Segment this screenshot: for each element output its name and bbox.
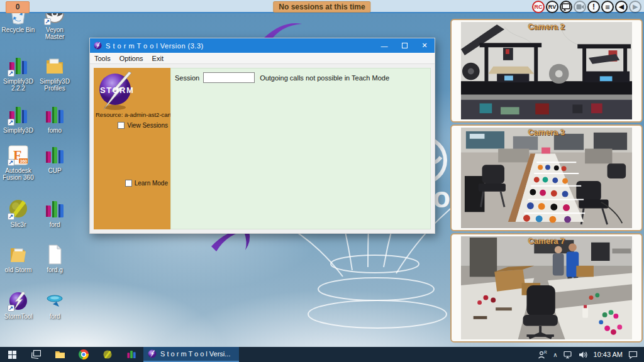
teach-mode-status: Outgoing calls not possible in Teach Mod… [260,74,389,82]
storm-logo: STORM [96,70,135,112]
clock[interactable]: 10:43 AM [594,351,623,358]
icon-label: fomo [36,127,73,134]
camera-3-label: Camera 3 [452,128,641,137]
camera-7-scene [461,236,632,339]
volume-icon[interactable] [579,351,588,359]
view-sessions-label: View Sessions [127,122,168,129]
icon-label: Autodesk Fusion 360 [0,167,36,181]
tray-expand-chevron-icon[interactable]: ∧ [553,351,557,358]
stormtool-task-icon [148,349,157,358]
network-icon[interactable] [564,351,573,359]
video-camera-icon [576,4,584,10]
desktop-icon-ford-g[interactable]: ford.g [36,244,73,273]
left-triangle-icon: ◀ [619,4,624,10]
chrome-icon [79,349,89,359]
desktop-icon-old-storm[interactable]: old Storm [0,244,36,273]
icon-label: Simplify3D Profiles [36,78,73,92]
windows-logo-icon [8,351,16,359]
camera-7-panel[interactable]: Camera 7 [450,233,643,343]
desktop-icon-simplify3d[interactable]: ↗ Simplify3D [0,104,36,134]
desktop-icon-slic3r[interactable]: ↗ Slic3r [0,199,36,228]
veyon-status-bar: 0 No sessions at this time RC RV ! ≡ ◀ ▶ [0,0,644,13]
file-explorer-icon [55,350,65,359]
icon-label: StormTool [0,313,36,320]
shortcut-arrow-icon: ↗ [8,119,14,126]
folder-icon [44,55,65,77]
screen-share-icon[interactable] [560,1,572,13]
task-view-button[interactable] [24,347,48,362]
session-input[interactable] [203,72,255,83]
gcode-cone-icon [44,290,65,312]
desktop-icon-ford[interactable]: ford [36,199,73,228]
stormtool-window: S t o r m T o o l Version (3.3) — ✕ Tool… [89,38,435,234]
icon-label: ford [36,313,73,320]
start-button[interactable] [0,347,24,362]
simplify3d-taskbar-button[interactable] [119,347,143,362]
window-title: S t o r m T o o l Version (3.3) [106,42,374,50]
camera-7-label: Camera 7 [452,236,641,246]
desktop-icon-cup[interactable]: CUP [36,145,73,174]
rv-button[interactable]: RV [546,1,558,13]
task-label: S t o r m T o o l Versi... [160,350,230,358]
taskbar: S t o r m T o o l Versi... R ∧ 10:43 AM [0,347,644,362]
menu-exit[interactable]: Exit [148,53,168,63]
right-triangle-icon: ▶ [633,4,638,10]
open-folder-icon [8,244,29,265]
chrome-button[interactable] [72,347,96,362]
previous-button[interactable]: ◀ [615,1,628,13]
stormtool-app-icon [94,41,102,50]
menu-tools[interactable]: Tools [90,53,115,63]
view-sessions-checkbox[interactable] [118,122,125,129]
window-body: STORM Resource: a-admin-ast2-cart01 View… [90,64,435,233]
icon-label: ford [36,221,73,228]
maximize-icon [402,43,408,48]
monitor-icon [562,3,570,11]
storm-sidebar: STORM Resource: a-admin-ast2-cart01 View… [94,68,170,229]
storm-logo-art: STORM [96,70,135,112]
next-button[interactable]: ▶ [629,1,641,13]
menu-button[interactable]: ≡ [601,1,614,13]
slic3r-taskbar-button[interactable] [96,347,119,362]
window-titlebar[interactable]: S t o r m T o o l Version (3.3) — ✕ [90,38,435,53]
desktop-icon-fusion360[interactable]: F 360 ↗ Autodesk Fusion 360 [0,145,36,181]
task-view-icon [31,350,41,359]
icon-label: Simplify3D [0,127,36,134]
desktop-icon-stormtool[interactable]: ↗ StormTool [0,290,36,320]
shortcut-arrow-icon: ↗ [8,213,14,220]
camera-2-panel[interactable]: Camera 2 [450,19,643,123]
close-button[interactable]: ✕ [414,38,435,53]
action-center-icon[interactable] [628,351,638,359]
camera-3-panel[interactable]: Camera 3 [450,124,643,231]
camera-feed-column: Camera 2 [450,19,643,343]
shortcut-arrow-icon: ↗ [8,305,14,312]
camera-7-photo [461,236,632,339]
learn-mode-checkbox[interactable] [125,180,132,187]
learn-mode-row: Learn Mode [125,180,168,187]
camera-2-scene [461,22,632,119]
desktop-icon-simplify3d-profiles[interactable]: Simplify3D Profiles [36,55,73,92]
alert-button[interactable]: ! [587,1,600,13]
file-explorer-button[interactable] [48,347,72,362]
people-icon[interactable]: R [538,350,547,359]
icon-label: old Storm [0,266,36,273]
no-sessions-message: No sessions at this time [273,1,370,13]
shortcut-arrow-icon: ↗ [8,70,14,77]
icon-label: Slic3r [0,221,36,228]
minimize-button[interactable]: — [374,38,394,53]
resource-label: Resource: a-admin-ast2-cart01 [96,111,170,118]
stormtool-task-button[interactable]: S t o r m T o o l Versi... [143,347,239,362]
desktop-icon-simplify3d-222[interactable]: ↗ Simplify3D 2.2.2 [0,55,36,92]
desktop-icon-fomo[interactable]: fomo [36,104,73,134]
rc-button[interactable]: RC [532,1,545,13]
icon-label: CUP [36,167,73,174]
session-count-badge: 0 [6,1,30,13]
view-sessions-row: View Sessions [118,122,168,129]
maximize-button[interactable] [394,38,414,53]
svg-text:R: R [544,350,547,354]
simplify3d-bars-icon [126,349,136,359]
camera-record-icon[interactable] [574,1,586,13]
desktop-icon-ford-2[interactable]: ford [36,290,73,320]
session-panel: Session Outgoing calls not possible in T… [170,68,431,229]
menu-options[interactable]: Options [115,53,148,63]
factory-file-bars-icon [44,104,65,126]
